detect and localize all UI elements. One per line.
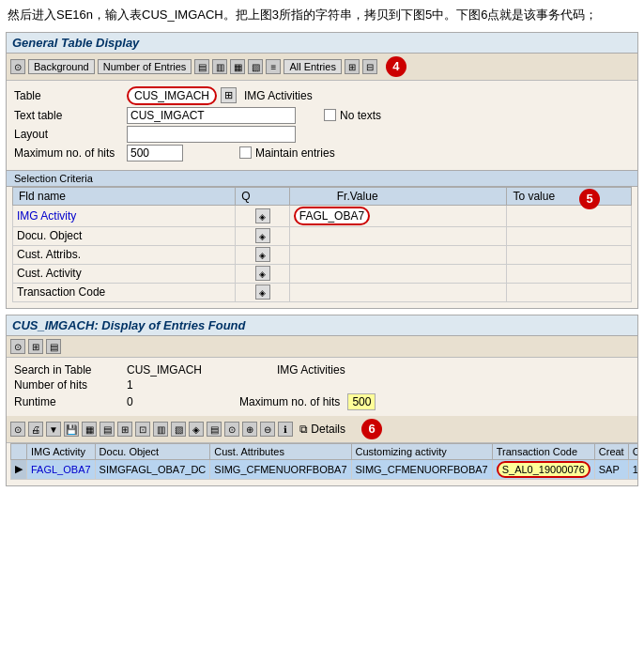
r-icon3[interactable]: ▼ [46,422,61,437]
criteria-fld-name: Docu. Object [13,226,236,245]
background-button[interactable]: Background [28,59,95,74]
criteria-row: Cust. Attribs.◈ [13,245,632,264]
step4-badge: 4 [386,56,406,77]
result-transaction-code: S_AL0_19000076 [492,459,594,479]
result-table: IMG ActivityDocu. ObjectCust. Attributes… [10,443,637,480]
criteria-fld-name: Cust. Activity [13,264,236,283]
no-texts-label: No texts [340,109,381,122]
result-docu-object: SIMGFAGL_OBA7_DC [95,459,210,479]
r-icon8[interactable]: ⊡ [135,422,150,437]
layout-input[interactable] [127,126,296,143]
r-icon12[interactable]: ▤ [207,422,222,437]
result-col-header: Customizing activity [351,443,492,459]
r-icon5[interactable]: ▦ [82,422,97,437]
criteria-to-value [507,283,632,301]
result-cre: 14. [628,459,637,479]
r-icon14[interactable]: ⊕ [242,422,257,437]
r-icon15[interactable]: ⊖ [260,422,275,437]
r-icon4[interactable]: 💾 [64,422,79,437]
details-label[interactable]: ⧉ Details [296,423,349,436]
fagl-oba7-oval: FAGL_OBA7 [294,207,370,225]
col-to-value: To value [507,187,632,205]
selection-criteria-heading: Selection Criteria [7,170,637,187]
result-col-header: Cre [628,443,637,459]
max-hits-label: Maximum no. of hits [14,146,127,160]
text-table-label: Text table [14,109,127,122]
criteria-q[interactable]: ◈ [236,205,289,226]
result-toolbar: ⊙ 🖨 ▼ 💾 ▦ ▤ ⊞ ⊡ ▥ ▧ ◈ ▤ ⊙ ⊕ ⊖ ℹ ⧉ Detail… [7,416,637,443]
export-icon[interactable]: ▤ [194,59,209,74]
r-icon10[interactable]: ▧ [171,422,186,437]
criteria-fld-name: IMG Activity [13,205,236,226]
maintain-entries-label: Maintain entries [255,146,335,160]
r-icon1[interactable]: ⊙ [10,422,25,437]
panel2-img-activities-label: IMG Activities [277,363,345,377]
criteria-fr-value [289,283,507,301]
back-icon[interactable]: ⊙ [10,59,25,74]
search-table-row: Search in Table CUS_IMGACH IMG Activitie… [14,363,630,377]
criteria-q[interactable]: ◈ [236,283,289,301]
all-entries-button[interactable]: All Entries [284,59,342,74]
no-texts-checkbox[interactable] [324,109,336,121]
criteria-section: 5 Fld name Q Fr.Value To value IMG Activ… [7,187,637,308]
filter-icon[interactable]: ▧ [248,59,263,74]
config-icon[interactable]: ⊟ [362,59,377,74]
p2-icon2[interactable]: ⊞ [28,339,43,354]
select-icon[interactable]: ▦ [230,59,245,74]
text-table-row: Text table No texts [14,107,630,124]
step6-badge: 6 [361,419,382,439]
criteria-q[interactable]: ◈ [236,226,289,245]
max-hits-input[interactable] [127,145,183,162]
table-icon[interactable]: ⊞ [345,59,360,74]
runtime-value: 0 [127,395,239,408]
img-activities-text: IMG Activities [244,89,313,102]
panel1-form: Table CUS_IMGACH ⊞ IMG Activities Text t… [7,81,637,167]
result-table-container: IMG ActivityDocu. ObjectCust. Attributes… [7,443,637,485]
panel2: CUS_IMGACH: Display of Entries Found ⊙ ⊞… [6,315,638,486]
table-lookup-icon[interactable]: ⊞ [221,87,237,103]
table-value-oval: CUS_IMGACH [127,86,217,105]
result-row[interactable]: ▶FAGL_OBA7SIMGFAGL_OBA7_DCSIMG_CFMENUORF… [11,459,638,479]
num-hits-value: 1 [127,378,277,392]
step5-badge: 5 [579,189,600,209]
criteria-fr-value [289,245,507,264]
panel1-title: General Table Display [7,33,637,54]
text-table-input[interactable] [127,107,296,124]
r-icon9[interactable]: ▥ [153,422,168,437]
r-icon6[interactable]: ▤ [100,422,115,437]
criteria-q[interactable]: ◈ [236,245,289,264]
result-col-header: Creat [594,443,628,459]
panel2-toolbar: ⊙ ⊞ ▤ [7,336,637,358]
criteria-to-value [507,226,632,245]
r-icon2[interactable]: 🖨 [28,422,43,437]
criteria-q[interactable]: ◈ [236,264,289,283]
intro-text: 然后进入SE16n，输入表CUS_IMGACH。把上图3所指的字符串，拷贝到下图… [0,0,644,28]
criteria-row: IMG Activity◈FAGL_OBA7 [13,205,632,226]
search-table-value: CUS_IMGACH [127,363,277,377]
result-img-activity: FAGL_OBA7 [27,459,96,479]
p2-icon1[interactable]: ⊙ [10,339,25,354]
criteria-fr-value [289,264,507,283]
criteria-to-value [507,264,632,283]
r-icon11[interactable]: ◈ [189,422,204,437]
panel1-toolbar: ⊙ Background Number of Entries ▤ ▥ ▦ ▧ ≡… [7,54,637,81]
p2-icon3[interactable]: ▤ [46,339,61,354]
criteria-fld-name: Cust. Attribs. [13,245,236,264]
max-hits-row: Maximum no. of hits Maintain entries [14,145,630,162]
result-customizing-activity: SIMG_CFMENUORFBOBA7 [351,459,492,479]
all-entries-icon[interactable]: ≡ [266,59,281,74]
maintain-entries-checkbox[interactable] [239,146,252,159]
col-fld-name: Fld name [13,187,236,205]
copy-icon[interactable]: ▥ [212,59,227,74]
panel1: General Table Display ⊙ Background Numbe… [6,32,638,309]
r-icon7[interactable]: ⊞ [117,422,132,437]
criteria-to-value [507,205,632,226]
criteria-row: Transaction Code◈ [13,283,632,301]
r-icon13[interactable]: ⊙ [224,422,239,437]
panel2-title: CUS_IMGACH: Display of Entries Found [7,315,637,336]
layout-row: Layout [14,126,630,143]
table-label: Table [14,89,127,102]
col-fr-value: Fr.Value [289,187,507,205]
r-icon16[interactable]: ℹ [278,422,293,437]
number-of-entries-button[interactable]: Number of Entries [98,59,192,74]
